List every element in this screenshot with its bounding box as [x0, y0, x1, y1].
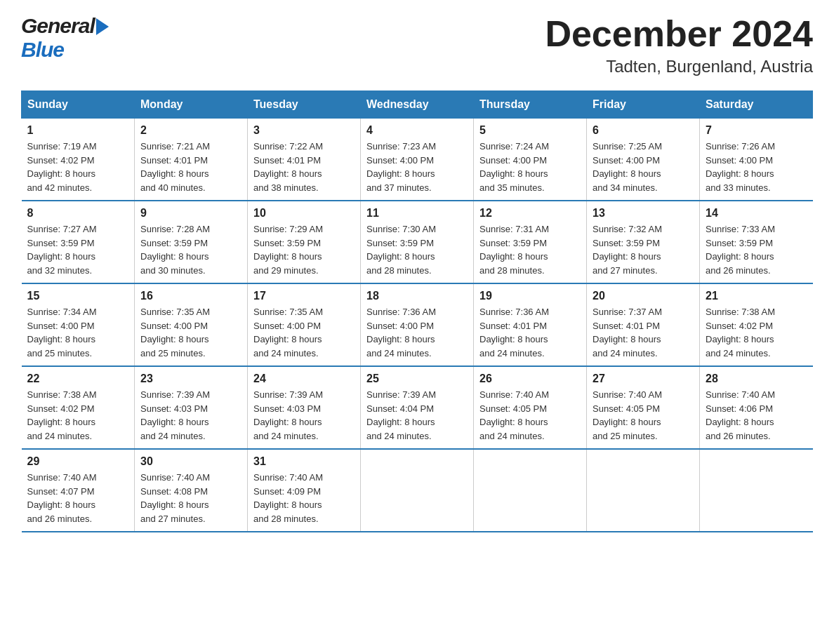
calendar-cell [700, 449, 813, 532]
day-number: 8 [27, 207, 129, 220]
day-number: 4 [366, 124, 468, 137]
day-number: 27 [593, 373, 694, 385]
day-info: Sunrise: 7:28 AM Sunset: 3:59 PM Dayligh… [140, 222, 241, 277]
header-wednesday: Wednesday [361, 91, 474, 119]
calendar-cell: 21 Sunrise: 7:38 AM Sunset: 4:02 PM Dayl… [700, 283, 813, 366]
logo-blue-text: Blue [21, 38, 64, 61]
calendar-cell [361, 449, 474, 532]
logo-general-text: General [21, 14, 95, 38]
header-friday: Friday [587, 91, 700, 119]
day-info: Sunrise: 7:22 AM Sunset: 4:01 PM Dayligh… [253, 140, 355, 194]
day-number: 1 [27, 124, 129, 137]
calendar-cell: 1 Sunrise: 7:19 AM Sunset: 4:02 PM Dayli… [22, 119, 135, 201]
day-number: 17 [253, 290, 355, 302]
day-number: 6 [593, 124, 694, 137]
day-number: 12 [479, 207, 581, 220]
day-info: Sunrise: 7:40 AM Sunset: 4:05 PM Dayligh… [593, 388, 694, 443]
day-info: Sunrise: 7:24 AM Sunset: 4:00 PM Dayligh… [479, 140, 581, 194]
month-title: December 2024 [545, 14, 813, 54]
calendar-cell: 24 Sunrise: 7:39 AM Sunset: 4:03 PM Dayl… [248, 366, 361, 449]
day-info: Sunrise: 7:19 AM Sunset: 4:02 PM Dayligh… [27, 140, 129, 194]
header-sunday: Sunday [22, 91, 135, 119]
calendar-cell: 31 Sunrise: 7:40 AM Sunset: 4:09 PM Dayl… [248, 449, 361, 532]
calendar-cell: 7 Sunrise: 7:26 AM Sunset: 4:00 PM Dayli… [700, 119, 813, 201]
calendar-cell: 14 Sunrise: 7:33 AM Sunset: 3:59 PM Dayl… [700, 201, 813, 283]
day-info: Sunrise: 7:35 AM Sunset: 4:00 PM Dayligh… [140, 305, 241, 360]
calendar-cell: 6 Sunrise: 7:25 AM Sunset: 4:00 PM Dayli… [587, 119, 700, 201]
page-header: General Blue December 2024 Tadten, Burge… [21, 14, 813, 76]
calendar-cell: 28 Sunrise: 7:40 AM Sunset: 4:06 PM Dayl… [700, 366, 813, 449]
day-number: 25 [366, 373, 468, 385]
day-info: Sunrise: 7:33 AM Sunset: 3:59 PM Dayligh… [706, 222, 807, 277]
calendar-header: Sunday Monday Tuesday Wednesday Thursday… [22, 91, 813, 119]
header-tuesday: Tuesday [248, 91, 361, 119]
calendar-cell: 19 Sunrise: 7:36 AM Sunset: 4:01 PM Dayl… [474, 283, 587, 366]
day-number: 21 [706, 290, 807, 302]
day-number: 2 [140, 124, 241, 137]
calendar-week-5: 29 Sunrise: 7:40 AM Sunset: 4:07 PM Dayl… [22, 449, 813, 532]
day-number: 16 [140, 290, 241, 302]
header-saturday: Saturday [700, 91, 813, 119]
day-info: Sunrise: 7:40 AM Sunset: 4:08 PM Dayligh… [140, 471, 241, 525]
calendar-cell: 3 Sunrise: 7:22 AM Sunset: 4:01 PM Dayli… [248, 119, 361, 201]
day-info: Sunrise: 7:36 AM Sunset: 4:00 PM Dayligh… [366, 305, 468, 360]
calendar-cell: 9 Sunrise: 7:28 AM Sunset: 3:59 PM Dayli… [135, 201, 248, 283]
calendar-cell: 27 Sunrise: 7:40 AM Sunset: 4:05 PM Dayl… [587, 366, 700, 449]
day-info: Sunrise: 7:21 AM Sunset: 4:01 PM Dayligh… [140, 140, 241, 194]
day-number: 28 [706, 373, 807, 385]
day-info: Sunrise: 7:37 AM Sunset: 4:01 PM Dayligh… [593, 305, 694, 360]
calendar-cell: 13 Sunrise: 7:32 AM Sunset: 3:59 PM Dayl… [587, 201, 700, 283]
day-number: 23 [140, 373, 241, 385]
header-thursday: Thursday [474, 91, 587, 119]
calendar-cell: 10 Sunrise: 7:29 AM Sunset: 3:59 PM Dayl… [248, 201, 361, 283]
calendar-cell [587, 449, 700, 532]
day-number: 15 [27, 290, 129, 302]
location-title: Tadten, Burgenland, Austria [545, 57, 813, 76]
day-number: 11 [366, 207, 468, 220]
day-info: Sunrise: 7:36 AM Sunset: 4:01 PM Dayligh… [479, 305, 581, 360]
calendar-cell: 16 Sunrise: 7:35 AM Sunset: 4:00 PM Dayl… [135, 283, 248, 366]
day-info: Sunrise: 7:38 AM Sunset: 4:02 PM Dayligh… [27, 388, 129, 443]
day-number: 9 [140, 207, 241, 220]
day-number: 7 [706, 124, 807, 137]
day-info: Sunrise: 7:39 AM Sunset: 4:04 PM Dayligh… [366, 388, 468, 443]
calendar-cell: 26 Sunrise: 7:40 AM Sunset: 4:05 PM Dayl… [474, 366, 587, 449]
day-number: 29 [27, 455, 129, 468]
day-number: 10 [253, 207, 355, 220]
day-number: 26 [479, 373, 581, 385]
day-info: Sunrise: 7:25 AM Sunset: 4:00 PM Dayligh… [593, 140, 694, 194]
day-info: Sunrise: 7:29 AM Sunset: 3:59 PM Dayligh… [253, 222, 355, 277]
calendar-cell: 22 Sunrise: 7:38 AM Sunset: 4:02 PM Dayl… [22, 366, 135, 449]
day-info: Sunrise: 7:39 AM Sunset: 4:03 PM Dayligh… [140, 388, 241, 443]
day-number: 3 [253, 124, 355, 137]
day-info: Sunrise: 7:38 AM Sunset: 4:02 PM Dayligh… [706, 305, 807, 360]
logo-arrow-icon [96, 18, 109, 35]
calendar-cell: 25 Sunrise: 7:39 AM Sunset: 4:04 PM Dayl… [361, 366, 474, 449]
calendar-cell: 17 Sunrise: 7:35 AM Sunset: 4:00 PM Dayl… [248, 283, 361, 366]
day-info: Sunrise: 7:32 AM Sunset: 3:59 PM Dayligh… [593, 222, 694, 277]
day-info: Sunrise: 7:35 AM Sunset: 4:00 PM Dayligh… [253, 305, 355, 360]
calendar-cell: 15 Sunrise: 7:34 AM Sunset: 4:00 PM Dayl… [22, 283, 135, 366]
header-monday: Monday [135, 91, 248, 119]
calendar-week-3: 15 Sunrise: 7:34 AM Sunset: 4:00 PM Dayl… [22, 283, 813, 366]
day-info: Sunrise: 7:40 AM Sunset: 4:06 PM Dayligh… [706, 388, 807, 443]
calendar-cell: 20 Sunrise: 7:37 AM Sunset: 4:01 PM Dayl… [587, 283, 700, 366]
calendar-cell: 29 Sunrise: 7:40 AM Sunset: 4:07 PM Dayl… [22, 449, 135, 532]
calendar-week-2: 8 Sunrise: 7:27 AM Sunset: 3:59 PM Dayli… [22, 201, 813, 283]
day-number: 24 [253, 373, 355, 385]
calendar-cell: 4 Sunrise: 7:23 AM Sunset: 4:00 PM Dayli… [361, 119, 474, 201]
calendar-cell: 11 Sunrise: 7:30 AM Sunset: 3:59 PM Dayl… [361, 201, 474, 283]
calendar-cell: 5 Sunrise: 7:24 AM Sunset: 4:00 PM Dayli… [474, 119, 587, 201]
calendar-cell: 30 Sunrise: 7:40 AM Sunset: 4:08 PM Dayl… [135, 449, 248, 532]
day-number: 13 [593, 207, 694, 220]
day-number: 31 [253, 455, 355, 468]
calendar-cell: 12 Sunrise: 7:31 AM Sunset: 3:59 PM Dayl… [474, 201, 587, 283]
day-info: Sunrise: 7:39 AM Sunset: 4:03 PM Dayligh… [253, 388, 355, 443]
calendar-cell: 8 Sunrise: 7:27 AM Sunset: 3:59 PM Dayli… [22, 201, 135, 283]
day-info: Sunrise: 7:40 AM Sunset: 4:09 PM Dayligh… [253, 471, 355, 525]
calendar-table: Sunday Monday Tuesday Wednesday Thursday… [21, 90, 813, 532]
day-number: 19 [479, 290, 581, 302]
calendar-week-4: 22 Sunrise: 7:38 AM Sunset: 4:02 PM Dayl… [22, 366, 813, 449]
calendar-body: 1 Sunrise: 7:19 AM Sunset: 4:02 PM Dayli… [22, 119, 813, 532]
day-info: Sunrise: 7:40 AM Sunset: 4:05 PM Dayligh… [479, 388, 581, 443]
